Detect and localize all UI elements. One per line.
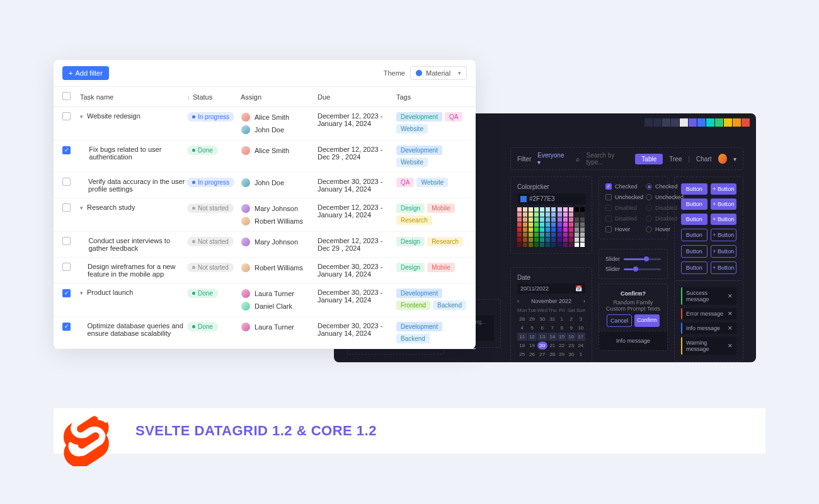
- add-button[interactable]: + Button: [711, 229, 737, 241]
- col-assign[interactable]: Assign: [241, 93, 318, 101]
- col-due[interactable]: Due: [318, 93, 396, 101]
- button[interactable]: Button: [681, 261, 707, 274]
- color-swatch[interactable]: [742, 118, 750, 127]
- table-row[interactable]: Verify data accuracy in the user profile…: [54, 173, 476, 198]
- title-bar: SVELTE DATAGRID 1.2 & CORE 1.2: [54, 408, 765, 454]
- color-swatch[interactable]: [636, 118, 644, 127]
- expand-caret-icon[interactable]: ▾: [80, 203, 83, 211]
- color-swatch[interactable]: [733, 118, 741, 127]
- checkbox-item[interactable]: Unchecked: [605, 194, 643, 200]
- next-month-button[interactable]: ›: [583, 298, 585, 304]
- slider[interactable]: Slider: [605, 266, 661, 272]
- tag: Design: [396, 263, 425, 272]
- checkbox-item[interactable]: Hover: [605, 226, 643, 232]
- info-message-card: Info message: [598, 331, 668, 351]
- checkbox-item: Disabled: [605, 215, 643, 222]
- button[interactable]: Button: [681, 245, 707, 258]
- table-row[interactable]: ▾Website redesign In progress Alice Smit…: [54, 107, 476, 140]
- everyone-dropdown[interactable]: Everyone ▾: [537, 152, 566, 166]
- row-checkbox[interactable]: [62, 178, 71, 186]
- table-row[interactable]: ✓ Optimize database queries and ensure d…: [54, 317, 476, 349]
- row-checkbox[interactable]: ✓: [62, 289, 71, 297]
- color-swatch[interactable]: [689, 118, 697, 127]
- close-icon[interactable]: ✕: [728, 325, 733, 331]
- color-swatch[interactable]: [724, 118, 732, 127]
- color-swatch[interactable]: [715, 118, 723, 127]
- tag: Backend: [433, 301, 466, 310]
- due-date: December 12, 2023 - Dec 29 , 2024: [318, 146, 396, 161]
- row-checkbox[interactable]: [62, 112, 71, 120]
- add-filter-button[interactable]: +Add filter: [62, 66, 109, 80]
- tag: Design: [396, 237, 425, 246]
- row-checkbox[interactable]: ✓: [62, 146, 71, 154]
- expand-caret-icon[interactable]: ▾: [80, 112, 83, 120]
- table-row[interactable]: ✓ Fix bugs related to user authenticatio…: [54, 140, 476, 173]
- col-task-name[interactable]: Task name: [80, 93, 187, 101]
- avatar-icon: [241, 263, 251, 273]
- user-avatar[interactable]: [718, 154, 727, 164]
- colorpicker-input[interactable]: #2F77E3: [517, 193, 585, 204]
- colorpicker-title: Colorpicker: [517, 183, 585, 190]
- col-tags[interactable]: Tags: [396, 93, 467, 101]
- add-button[interactable]: + Button: [711, 198, 737, 210]
- color-swatch[interactable]: [706, 118, 714, 127]
- add-button[interactable]: + Button: [711, 214, 737, 225]
- avatar-icon: [241, 203, 251, 214]
- tag: Development: [396, 146, 442, 155]
- add-button[interactable]: + Button: [711, 245, 737, 258]
- close-icon[interactable]: ✕: [728, 293, 733, 299]
- theme-selector: Theme Material ▾: [384, 66, 467, 80]
- button[interactable]: Button: [681, 229, 707, 241]
- table-row[interactable]: Design wireframes for a new feature in t…: [54, 258, 476, 284]
- calendar-icon: 📅: [575, 285, 582, 292]
- slider-card: SliderSlider: [598, 249, 668, 279]
- colorpicker-grid[interactable]: [517, 207, 585, 247]
- close-icon[interactable]: ✕: [728, 311, 733, 317]
- button[interactable]: Button: [681, 214, 707, 225]
- tab-chart[interactable]: Chart: [696, 156, 711, 163]
- status-pill: In progress: [187, 112, 234, 122]
- theme-dropdown[interactable]: Material ▾: [410, 66, 467, 80]
- button[interactable]: Button: [681, 198, 707, 210]
- color-swatch[interactable]: [627, 118, 635, 127]
- toast-message: Info message✕: [681, 323, 736, 334]
- row-checkbox[interactable]: ✓: [62, 323, 71, 331]
- avatar-icon: [241, 178, 251, 188]
- date-title: Date: [517, 274, 585, 281]
- due-date: December 30, 2023 - January 14, 2024: [318, 289, 396, 304]
- color-swatch[interactable]: [680, 118, 688, 127]
- color-swatch[interactable]: [697, 118, 706, 127]
- tab-tree[interactable]: Tree: [669, 156, 682, 163]
- add-button[interactable]: + Button: [711, 183, 737, 195]
- calendar-grid[interactable]: MonTueWedThuFriSatSun2829303112345678910…: [517, 306, 585, 358]
- row-checkbox[interactable]: [62, 237, 71, 245]
- color-swatch[interactable]: [653, 118, 662, 127]
- confirm-button[interactable]: Confirm: [634, 314, 660, 327]
- checkbox-item: Disabled: [605, 205, 643, 211]
- checkbox-item[interactable]: ✓Checked: [605, 183, 643, 190]
- table-row[interactable]: Conduct user interviews to gather feedba…: [54, 232, 476, 258]
- date-input[interactable]: 20/11/2022📅: [517, 284, 585, 294]
- slider[interactable]: Slider: [605, 256, 661, 262]
- button[interactable]: Button: [681, 183, 707, 195]
- color-swatch[interactable]: [644, 118, 653, 127]
- tag: Design: [396, 203, 425, 213]
- color-swatch[interactable]: [671, 118, 679, 127]
- due-date: December 12, 2023 - January 14, 2024: [318, 112, 396, 127]
- close-icon[interactable]: ✕: [728, 343, 733, 349]
- cancel-button[interactable]: Cancel: [607, 314, 632, 327]
- row-checkbox[interactable]: [62, 203, 71, 212]
- search-input[interactable]: Search by type...: [586, 152, 629, 166]
- color-swatch[interactable]: [662, 118, 670, 127]
- expand-caret-icon[interactable]: ▾: [80, 289, 83, 296]
- col-status[interactable]: ↓Status: [187, 93, 241, 101]
- chevron-down-icon: ▾: [458, 70, 461, 76]
- select-all-checkbox[interactable]: [62, 92, 71, 100]
- row-checkbox[interactable]: [62, 263, 71, 271]
- table-row[interactable]: ✓ ▾Product launch Done Laura TurnerDanie…: [54, 284, 476, 317]
- tab-table[interactable]: Table: [635, 154, 663, 164]
- filter-label: Filter: [517, 156, 531, 163]
- add-button[interactable]: + Button: [711, 261, 737, 274]
- table-row[interactable]: ▾Research study Not started Mary Johnson…: [54, 198, 476, 232]
- prev-month-button[interactable]: ‹: [517, 298, 519, 304]
